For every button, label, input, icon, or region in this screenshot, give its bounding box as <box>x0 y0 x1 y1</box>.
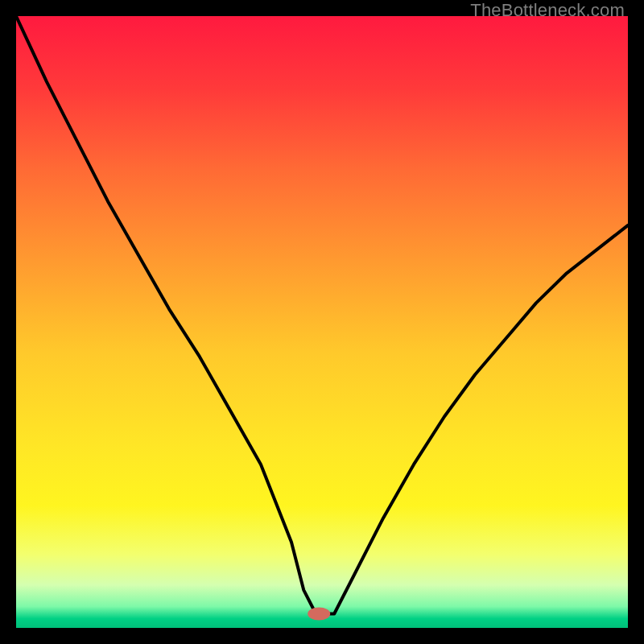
gradient-background <box>16 16 628 628</box>
watermark-text: TheBottleneck.com <box>470 0 625 21</box>
curve-min-marker <box>308 608 330 621</box>
bottleneck-chart <box>16 16 628 628</box>
